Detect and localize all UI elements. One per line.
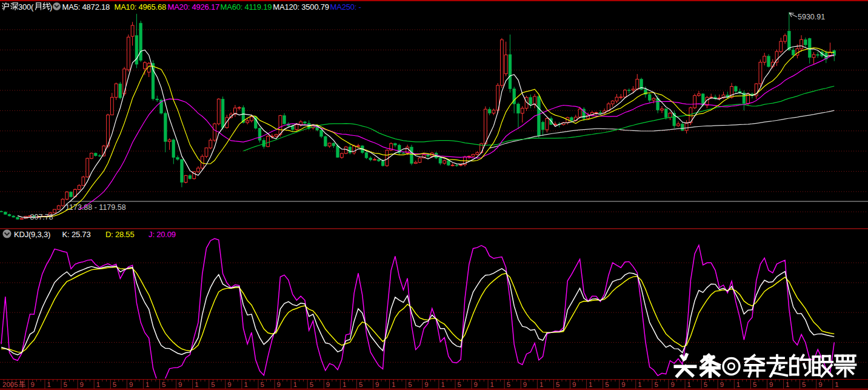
svg-text:1: 1 bbox=[342, 381, 346, 388]
svg-text:1: 1 bbox=[244, 381, 247, 388]
svg-text:1: 1 bbox=[638, 381, 641, 388]
svg-text:1173.88 - 1179.58: 1173.88 - 1179.58 bbox=[65, 203, 126, 212]
svg-text:1: 1 bbox=[687, 381, 691, 388]
svg-text:KDJ(9,3,3): KDJ(9,3,3) bbox=[14, 230, 50, 239]
svg-text:9: 9 bbox=[30, 381, 34, 388]
svg-text:9: 9 bbox=[769, 381, 773, 388]
svg-text:5: 5 bbox=[359, 381, 362, 388]
svg-text:9: 9 bbox=[80, 381, 84, 388]
svg-text:1: 1 bbox=[786, 381, 789, 388]
svg-text:5: 5 bbox=[704, 381, 707, 388]
svg-text:9: 9 bbox=[818, 381, 822, 388]
svg-text:5: 5 bbox=[408, 381, 412, 388]
svg-text:MA60: 4119.19: MA60: 4119.19 bbox=[221, 2, 272, 12]
svg-text:1: 1 bbox=[539, 381, 543, 388]
svg-text:1: 1 bbox=[441, 381, 444, 388]
svg-text:5: 5 bbox=[162, 381, 165, 388]
svg-text:9: 9 bbox=[277, 381, 281, 388]
svg-text:9: 9 bbox=[424, 381, 428, 388]
svg-text:MA5: 4872.18: MA5: 4872.18 bbox=[62, 2, 110, 12]
svg-text:9: 9 bbox=[720, 381, 724, 388]
svg-text:1: 1 bbox=[293, 381, 297, 388]
svg-text:1: 1 bbox=[195, 381, 198, 388]
svg-text:9: 9 bbox=[178, 381, 182, 388]
svg-text:9: 9 bbox=[375, 381, 379, 388]
svg-text:9: 9 bbox=[474, 381, 478, 388]
svg-text:MA20: 4926.17: MA20: 4926.17 bbox=[168, 2, 220, 12]
svg-text:MA120: 3500.79: MA120: 3500.79 bbox=[273, 2, 329, 12]
svg-text:9: 9 bbox=[621, 381, 625, 388]
svg-text:9: 9 bbox=[227, 381, 231, 388]
svg-text:2005: 2005 bbox=[2, 381, 18, 388]
svg-text:MA250: -: MA250: - bbox=[330, 2, 361, 12]
svg-text:1: 1 bbox=[392, 381, 395, 388]
svg-text:5: 5 bbox=[310, 381, 313, 388]
svg-text:1: 1 bbox=[47, 381, 51, 388]
svg-text:K: 25.73: K: 25.73 bbox=[62, 230, 91, 239]
svg-text:MA10: 4965.68: MA10: 4965.68 bbox=[115, 2, 167, 12]
svg-text:5: 5 bbox=[261, 381, 264, 388]
svg-text:1: 1 bbox=[490, 381, 494, 388]
svg-text:J: 20.09: J: 20.09 bbox=[149, 230, 176, 239]
svg-text:300(: 300( bbox=[18, 2, 34, 12]
svg-text:5: 5 bbox=[64, 381, 67, 388]
svg-text:5: 5 bbox=[605, 381, 609, 388]
svg-text:9: 9 bbox=[671, 381, 675, 388]
svg-text:): ) bbox=[50, 2, 52, 12]
svg-text:←807.78: ←807.78 bbox=[22, 213, 53, 221]
svg-text:5: 5 bbox=[753, 381, 756, 388]
svg-text:5: 5 bbox=[507, 381, 510, 388]
svg-text:1: 1 bbox=[96, 381, 100, 388]
svg-text:5: 5 bbox=[113, 381, 116, 388]
svg-text:5930.91: 5930.91 bbox=[798, 13, 825, 21]
svg-text:1: 1 bbox=[145, 381, 149, 388]
svg-text:5: 5 bbox=[654, 381, 658, 388]
svg-text:D: 28.55: D: 28.55 bbox=[105, 230, 135, 239]
svg-text:5: 5 bbox=[458, 381, 461, 388]
svg-text:5: 5 bbox=[211, 381, 215, 388]
svg-text:9: 9 bbox=[326, 381, 330, 388]
svg-text:5: 5 bbox=[556, 381, 559, 388]
svg-text:9: 9 bbox=[129, 381, 133, 388]
svg-text:5: 5 bbox=[802, 381, 806, 388]
svg-text:9: 9 bbox=[572, 381, 576, 388]
svg-text:1: 1 bbox=[835, 381, 838, 388]
svg-text:9: 9 bbox=[523, 381, 527, 388]
svg-text:1: 1 bbox=[589, 381, 592, 388]
svg-text:1: 1 bbox=[736, 381, 740, 388]
